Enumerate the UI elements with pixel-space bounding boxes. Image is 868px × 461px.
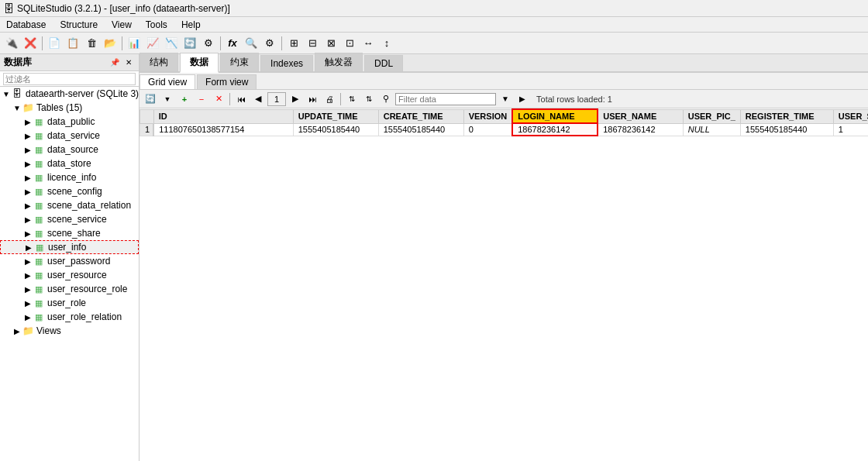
dt-print-btn[interactable]: 🖨	[322, 92, 337, 106]
tab-constraint[interactable]: 约束	[220, 53, 259, 71]
tree-item-user_password[interactable]: ▶ ▦ user_password	[0, 254, 139, 268]
tree-item-data_service[interactable]: ▶ ▦ data_service	[0, 129, 139, 143]
tree-item-scene_data_relation[interactable]: ▶ ▦ scene_data_relation	[0, 198, 139, 212]
dt-refresh-btn[interactable]: 🔄	[143, 92, 158, 106]
subtab-grid[interactable]: Grid view	[140, 74, 195, 89]
menu-item-database[interactable]: Database	[3, 19, 49, 31]
col-create-time[interactable]: CREATE_TIME	[378, 109, 463, 123]
toolbar-btn-fx[interactable]: fx	[224, 35, 241, 52]
tab-ddl[interactable]: DDL	[364, 55, 403, 71]
toolbar-btn-16[interactable]: ⊠	[322, 35, 339, 52]
col-user-pic[interactable]: USER_PIC_	[683, 109, 740, 123]
tree-item-licence_info[interactable]: ▶ ▦ licence_info	[0, 170, 139, 184]
dt-first-btn[interactable]: ⏮	[233, 92, 249, 106]
tab-data[interactable]: 数据	[180, 53, 219, 73]
tree-item-user_resource_role[interactable]: ▶ ▦ user_resource_role	[0, 282, 139, 296]
t8-toggle[interactable]: ▶	[23, 215, 33, 224]
toolbar-btn-10[interactable]: 🔄	[181, 35, 198, 52]
cell-user-stat[interactable]: 1	[833, 123, 868, 136]
t7-toggle[interactable]: ▶	[23, 201, 33, 210]
panel-close-btn[interactable]: ✕	[122, 57, 135, 69]
dt-dropdown-btn[interactable]: ▼	[160, 92, 175, 106]
cell-login-name[interactable]: 18678236142	[512, 123, 598, 136]
toolbar-btn-4[interactable]: 📋	[64, 35, 81, 52]
tab-triggers[interactable]: 触发器	[315, 53, 363, 71]
menu-item-tools[interactable]: Tools	[143, 19, 170, 31]
dt-prev-btn[interactable]: ◀	[250, 92, 266, 106]
t10-toggle[interactable]: ▶	[24, 243, 33, 252]
tab-indexes[interactable]: Indexes	[260, 55, 313, 71]
cell-id[interactable]: 111807650138577154	[153, 123, 293, 136]
tree-item-user_role_relation[interactable]: ▶ ▦ user_role_relation	[0, 310, 139, 324]
col-user-name[interactable]: USER_NAME	[598, 109, 683, 123]
toolbar-btn-14[interactable]: ⊞	[285, 35, 302, 52]
tree-item-scene_config[interactable]: ▶ ▦ scene_config	[0, 184, 139, 198]
toolbar-btn-5[interactable]: 🗑	[83, 35, 100, 52]
toolbar-btn-17[interactable]: ⊡	[341, 35, 358, 52]
t6-toggle[interactable]: ▶	[23, 187, 33, 196]
tree-item-scene_share[interactable]: ▶ ▦ scene_share	[0, 226, 139, 240]
tables-toggle[interactable]: ▼	[12, 104, 22, 112]
tree-item-data_source[interactable]: ▶ ▦ data_source	[0, 143, 139, 157]
col-update-time[interactable]: UPDATE_TIME	[293, 109, 378, 123]
dt-next-btn[interactable]: ▶	[288, 92, 303, 106]
toolbar-btn-18[interactable]: ↔	[360, 35, 377, 52]
t3-toggle[interactable]: ▶	[23, 146, 33, 154]
tree-item-data_public[interactable]: ▶ ▦ data_public	[0, 115, 139, 129]
t5-toggle[interactable]: ▶	[23, 174, 33, 182]
col-login-name[interactable]: LOGIN_NAME	[512, 109, 598, 123]
dt-page-input[interactable]: 1	[267, 92, 286, 106]
cell-user-pic[interactable]: NULL	[683, 123, 740, 136]
panel-pin-btn[interactable]: 📌	[108, 57, 121, 69]
t11-toggle[interactable]: ▶	[23, 257, 33, 266]
tab-structure[interactable]: 结构	[140, 53, 178, 71]
t13-toggle[interactable]: ▶	[23, 285, 33, 294]
tree-item-views[interactable]: ▶ 📁 Views	[0, 324, 139, 338]
t2-toggle[interactable]: ▶	[23, 132, 33, 140]
t15-toggle[interactable]: ▶	[23, 313, 33, 322]
subtab-form[interactable]: Form view	[197, 74, 257, 89]
col-register-time[interactable]: REGISTER_TIME	[740, 109, 833, 123]
filter-input[interactable]	[3, 73, 136, 85]
toolbar-btn-11[interactable]: ⚙	[200, 35, 217, 52]
toolbar-btn-19[interactable]: ↕	[378, 35, 395, 52]
cell-user-name[interactable]: 18678236142	[598, 123, 683, 136]
cell-update-time[interactable]: 1555405185440	[293, 123, 378, 136]
dt-delete-btn[interactable]: −	[194, 92, 209, 106]
tree-item-scene_service[interactable]: ▶ ▦ scene_service	[0, 212, 139, 226]
toolbar-btn-15[interactable]: ⊟	[304, 35, 321, 52]
dt-cancel-btn[interactable]: ✕	[211, 92, 226, 106]
tree-item-tables[interactable]: ▼ 📁 Tables (15)	[0, 101, 139, 115]
tree-item-root[interactable]: ▼ 🗄 dataearth-server (SQLite 3)	[0, 87, 139, 101]
cell-register-time[interactable]: 1555405185440	[740, 123, 833, 136]
root-toggle[interactable]: ▼	[2, 90, 11, 98]
t1-toggle[interactable]: ▶	[23, 118, 33, 126]
menu-item-structure[interactable]: Structure	[57, 19, 101, 31]
tree-item-user_info[interactable]: ▶ ▦ user_info	[0, 240, 139, 254]
dt-add-btn[interactable]: +	[177, 92, 192, 106]
menu-item-view[interactable]: View	[108, 19, 135, 31]
dt-filter-clear-btn[interactable]: ▶	[515, 92, 530, 106]
t4-toggle[interactable]: ▶	[23, 160, 33, 168]
toolbar-btn-6[interactable]: 📂	[102, 35, 119, 52]
t9-toggle[interactable]: ▶	[23, 229, 33, 238]
toolbar-btn-2[interactable]: ❌	[22, 35, 39, 52]
filter-data-input[interactable]	[395, 93, 496, 105]
toolbar-btn-13[interactable]: ⚙	[261, 35, 278, 52]
dt-last-btn[interactable]: ⏭	[305, 92, 320, 106]
toolbar-btn-9[interactable]: 📉	[163, 35, 180, 52]
cell-create-time[interactable]: 1555405185440	[378, 123, 463, 136]
menu-item-help[interactable]: Help	[178, 19, 204, 31]
views-toggle[interactable]: ▶	[12, 327, 22, 335]
dt-sort-desc-btn[interactable]: ⇅	[361, 92, 377, 106]
toolbar-btn-7[interactable]: 📊	[126, 35, 143, 52]
dt-sort-asc-btn[interactable]: ⇅	[344, 92, 360, 106]
t14-toggle[interactable]: ▶	[23, 299, 33, 308]
dt-filter-toggle-btn[interactable]: ⚲	[378, 92, 394, 106]
col-id[interactable]: ID	[153, 109, 293, 123]
toolbar-btn-1[interactable]: 🔌	[3, 35, 20, 52]
col-version[interactable]: VERSION	[463, 109, 512, 123]
col-user-stat[interactable]: USER_STAT	[833, 109, 868, 123]
cell-version[interactable]: 0	[463, 123, 512, 136]
dt-filter-apply-btn[interactable]: ▼	[498, 92, 513, 106]
